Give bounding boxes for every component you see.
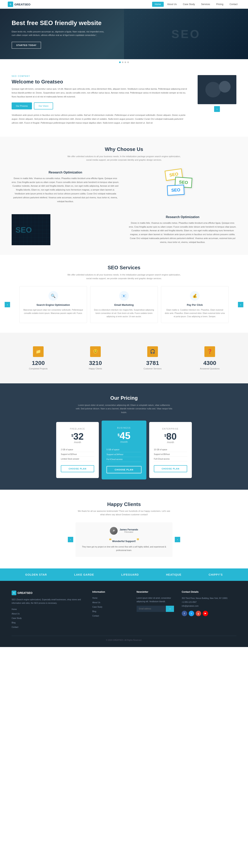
social-facebook-icon[interactable]: f (182, 611, 187, 616)
hero-dot-1[interactable] (119, 62, 121, 63)
brand-5: CHIPPY'S (209, 573, 223, 576)
social-googleplus-icon[interactable]: g (196, 611, 201, 616)
why-row-1: Research Optimization Donec in mattis fe… (12, 169, 236, 205)
welcome-next-arrow[interactable]: › (214, 106, 220, 112)
stat-2: 😊 3210 Happy Clients (69, 342, 122, 374)
nav-case-study[interactable]: Case Study (180, 2, 198, 7)
service-card-3: 💰 Pay Per Click Etiam mattis si. Curabit… (161, 286, 228, 323)
why-card-2-body: Donec in mattis felis. Vivamus eu conval… (129, 221, 236, 244)
footer-link-contact[interactable]: Contact (12, 626, 18, 628)
testimonial-slider: ‹ JF James Fernando Filmmaker ❝ Wonderfu… (76, 522, 172, 557)
plan-3-period: /month (154, 441, 187, 443)
service-icon-2: 📧 (119, 291, 129, 301)
plan-2-feature-2: Support at $4/hour (107, 452, 142, 457)
newsletter-form: → (137, 606, 174, 612)
pricing-plan-1: FREELANCE $32 /month 2 GB of space Suppo… (56, 422, 99, 478)
service-icon-1: 🔍 (48, 291, 58, 301)
footer-info-case[interactable]: Case Study (92, 606, 102, 608)
hero-background: SEO Best free SEO friendly website Etiam… (0, 9, 248, 59)
footer-info-home[interactable]: Home (92, 597, 98, 599)
service-body-2: Duis si a bibendum interdum nec magna fe… (94, 308, 154, 318)
social-twitter-icon[interactable]: t (189, 611, 194, 616)
hero-cta-button[interactable]: STARTED TODAY (12, 42, 41, 49)
newsletter-submit-button[interactable]: → (166, 606, 174, 612)
footer-info-contact[interactable]: Contact (92, 615, 99, 617)
svg-rect-0 (198, 75, 236, 104)
btn-process[interactable]: Our Process (12, 102, 32, 110)
quote-mark-close: ❞ (137, 538, 139, 543)
stat-3: 🎧 3781 Customer Services (126, 342, 179, 374)
stats-grid: 📁 1200 Completed Projects 😊 3210 Happy C… (12, 342, 236, 374)
hero-section: SEO Best free SEO friendly website Etiam… (0, 9, 248, 65)
nav-services[interactable]: Services (199, 2, 213, 7)
service-card-2: 📧 Email Marketing Duis si a bibendum int… (90, 286, 158, 323)
newsletter-email-input[interactable] (137, 606, 166, 612)
nav-contact[interactable]: Contact (227, 2, 240, 7)
footer-link-home[interactable]: Home (12, 608, 17, 610)
hero-dot-2[interactable] (122, 62, 123, 63)
footer-phone: +1-555-123-4567 (182, 600, 236, 604)
welcome-actions: Our Process Our Vision (12, 102, 190, 110)
stats-section: 📁 1200 Completed Projects 😊 3210 Happy C… (0, 333, 248, 383)
nav-about[interactable]: About Us (165, 2, 179, 7)
plan-3-feature-2: Support at $5/hour (154, 452, 187, 457)
nav-pricing[interactable]: Pricing (214, 2, 226, 7)
why-row-2: SEO Research Optimization Donec in matti… (12, 214, 236, 245)
plan-2-btn[interactable]: CHOOSE PLAN (107, 466, 142, 473)
plan-3-feature-1: 15 GB of space (154, 447, 187, 452)
footer-link-case[interactable]: Case Study (12, 617, 22, 619)
author-info: James Fernando Filmmaker (119, 528, 138, 533)
hero-dot-3[interactable] (125, 62, 126, 63)
welcome-section: SEO COMPANY Welcome to Greatseo Quisque … (0, 65, 248, 136)
stat-label-1: Completed Projects (15, 368, 61, 370)
plan-3-features: 15 GB of space Support at $5/hour Full i… (154, 447, 187, 461)
services-next-arrow[interactable]: › (238, 302, 243, 307)
brand-logo[interactable]: G GREATSEO (8, 2, 30, 7)
plan-1-period: /month (61, 441, 94, 443)
stat-label-4: Answered Questions (187, 368, 233, 370)
footer-address: 353 Third Floor, Nexus Building, New Yor… (182, 596, 236, 608)
footer-info-blog[interactable]: Blog (92, 610, 96, 613)
stat-icon-4: ❓ (204, 346, 215, 357)
footer-logo-icon: G (12, 591, 16, 595)
why-card-2-title: Research Optimization (129, 215, 236, 219)
social-youtube-icon[interactable]: ▶ (203, 611, 208, 616)
why-card-1: Research Optimization Donec in mattis fe… (12, 171, 119, 204)
pricing-cards: FREELANCE $32 /month 2 GB of space Suppo… (12, 422, 236, 478)
plan-3-price: $80 /month (154, 432, 187, 443)
brands-section: GOLDEN STAR LAKE GARDE LIFEGUARD HEATIQU… (0, 568, 248, 581)
footer-logo: G GREATSEO (12, 591, 84, 595)
hero-dot-4[interactable] (127, 62, 129, 63)
footer-info-about[interactable]: About Us (92, 601, 100, 603)
plan-1-feature-2: Support at $2/hour (61, 452, 94, 457)
stat-num-3: 3781 (130, 360, 175, 366)
svg-point-3 (216, 90, 226, 99)
testimonial-next-button[interactable]: › (175, 537, 180, 542)
nav-home[interactable]: Home (152, 2, 164, 7)
svg-rect-4 (204, 85, 215, 94)
footer-link-about[interactable]: About Us (12, 613, 20, 615)
stat-icon-3: 🎧 (147, 346, 158, 357)
footer: G GREATSEO SEO (Search engine optimizati… (0, 581, 248, 647)
clients-title: Happy Clients (12, 501, 236, 507)
footer-col1-links: Home About Us Case Study Blog Contact (12, 608, 84, 628)
plan-3-btn[interactable]: CHOOSE PLAN (154, 465, 187, 472)
why-subtitle: We offer unlimited solutions to all your… (66, 155, 182, 162)
welcome-text: SEO COMPANY Welcome to Greatseo Quisque … (12, 75, 190, 127)
quote-mark-open: ❝ (109, 538, 111, 543)
clients-section: Happy Clients We thank for all our aweso… (0, 490, 248, 568)
btn-vision[interactable]: Our Vision (34, 102, 53, 110)
services-prev-arrow[interactable]: ‹ (5, 302, 10, 307)
plan-2-feature-3: Ful iCloud access (107, 457, 142, 462)
footer-address-text: 353 Third Floor, Nexus Building, New Yor… (182, 596, 236, 600)
plan-1-btn[interactable]: CHOOSE PLAN (61, 465, 94, 472)
welcome-body2: Vestibulum ante ipsum primis in faucibus… (12, 113, 190, 125)
seo-tag-blue: SEO (167, 185, 184, 196)
footer-link-blog[interactable]: Blog (12, 622, 15, 624)
testimonial-body: They have got my project on time with th… (80, 545, 168, 552)
pricing-plan-2: BUSINESS $45 /month 5 GB of space Suppor… (102, 421, 146, 479)
testimonial-prev-button[interactable]: ‹ (68, 537, 73, 542)
plan-3-feature-3: Full iCloud access (154, 457, 187, 461)
why-card-1-body: Donec in mattis felis. Vivamus eu conval… (12, 177, 119, 204)
seo-tags-image: SEO SEO SEO (163, 169, 202, 205)
